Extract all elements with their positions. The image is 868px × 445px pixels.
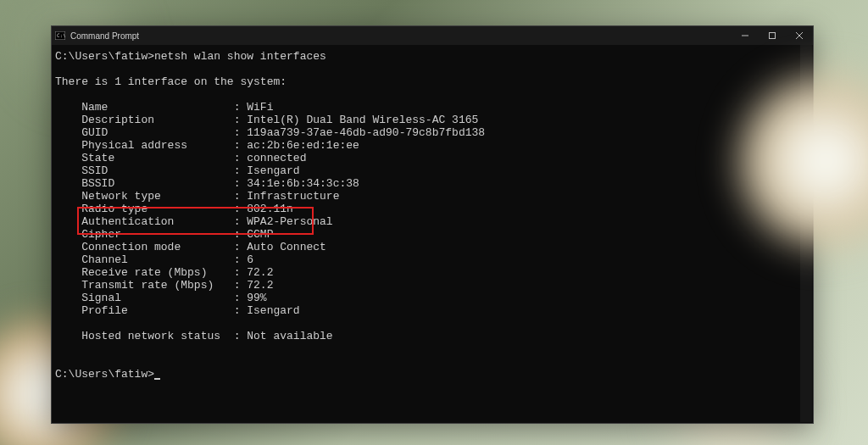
close-button[interactable]	[786, 26, 813, 45]
titlebar[interactable]: C:\ Command Prompt	[52, 26, 813, 45]
maximize-button[interactable]	[759, 26, 786, 45]
svg-rect-3	[770, 33, 776, 39]
cmd-icon: C:\	[55, 31, 65, 40]
svg-text:C:\: C:\	[57, 32, 65, 38]
terminal-output[interactable]: C:\Users\fatiw>netsh wlan show interface…	[52, 45, 813, 423]
window-title: Command Prompt	[70, 31, 139, 41]
window-controls	[732, 26, 813, 45]
minimize-button[interactable]	[732, 26, 759, 45]
scrollbar[interactable]	[800, 45, 812, 422]
cursor	[154, 378, 160, 380]
command-prompt-window: C:\ Command Prompt C:\Users\fatiw>netsh …	[51, 25, 814, 424]
